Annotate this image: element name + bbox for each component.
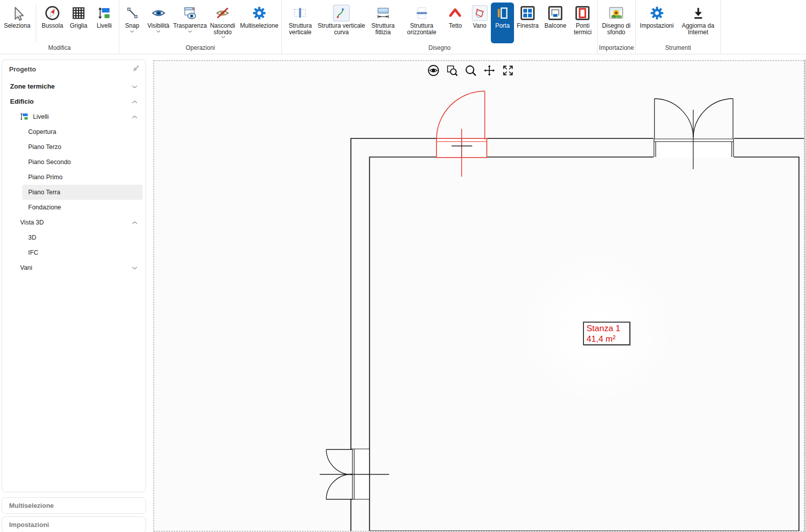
finestra-button[interactable]: Finestra bbox=[514, 3, 542, 43]
tree-item-piano-primo[interactable]: Piano Primo bbox=[2, 170, 145, 185]
tree-item-copertura[interactable]: Copertura bbox=[2, 124, 145, 139]
project-tree: Zone termiche Edificio Livelli Copertura… bbox=[2, 79, 145, 275]
seleziona-button[interactable]: Seleziona bbox=[1, 3, 33, 43]
trasparenza-button[interactable]: Trasparenza bbox=[173, 3, 207, 43]
ribbon-group-disegno: Struttura verticale Struttura verticale … bbox=[282, 0, 598, 54]
fit-view-icon[interactable] bbox=[502, 64, 514, 77]
floorplan-canvas[interactable]: Stanza 1 41,4 m² bbox=[154, 60, 804, 531]
vano-button[interactable]: Vano bbox=[468, 3, 491, 43]
double-door-top bbox=[653, 99, 734, 169]
group-label-operazioni: Operazioni bbox=[119, 43, 281, 54]
chevron-down-icon bbox=[132, 266, 137, 270]
disegno-di-sfondo-button[interactable]: Disegno di sfondo bbox=[599, 3, 634, 43]
ponti-termici-label: Ponti termici bbox=[569, 23, 596, 36]
balcone-button[interactable]: Balcone bbox=[542, 3, 569, 43]
balcony-icon bbox=[548, 4, 563, 23]
struttura-fittizia-button[interactable]: Struttura fittizia bbox=[365, 3, 401, 43]
tree-item-zone-termiche[interactable]: Zone termiche bbox=[2, 79, 145, 94]
canvas-toolbar bbox=[427, 64, 514, 77]
tree-item-piano-terzo[interactable]: Piano Terzo bbox=[2, 139, 145, 155]
tree-item-vista-3d[interactable]: Vista 3D bbox=[2, 215, 145, 230]
bussola-button[interactable]: Bussola bbox=[39, 3, 66, 43]
tetto-button[interactable]: Tetto bbox=[443, 3, 468, 43]
group-label-modifica: Modifica bbox=[0, 43, 119, 54]
curved-structure-icon bbox=[333, 4, 350, 23]
trasparenza-label: Trasparenza bbox=[173, 23, 207, 29]
tree-item-piano-secondo[interactable]: Piano Secondo bbox=[2, 155, 145, 170]
struttura-verticale-button[interactable]: Struttura verticale bbox=[283, 3, 318, 43]
levels-icon bbox=[97, 4, 111, 23]
roof-icon bbox=[448, 4, 463, 23]
ribbon-group-strumenti: Impostazioni Aggiorna da Internet Strume… bbox=[636, 0, 721, 54]
nascondi-sfondo-label: Nascondi sfondo bbox=[207, 23, 238, 36]
griglia-button[interactable]: Griglia bbox=[66, 3, 91, 43]
snap-label: Snap bbox=[125, 23, 139, 29]
download-icon bbox=[691, 4, 705, 23]
door-preview-selected bbox=[436, 91, 487, 177]
ponti-termici-button[interactable]: Ponti termici bbox=[569, 3, 596, 43]
tree-item-3d[interactable]: 3D bbox=[2, 230, 145, 245]
chevron-down-icon bbox=[130, 30, 134, 33]
room-name: Stanza 1 bbox=[587, 323, 629, 334]
struttura-orizzontale-button[interactable]: Struttura orizzontale bbox=[401, 3, 443, 43]
porta-button[interactable]: Porta bbox=[491, 3, 514, 43]
struttura-fittizia-label: Struttura fittizia bbox=[365, 23, 401, 36]
visibility-icon[interactable] bbox=[427, 64, 439, 77]
snap-button[interactable]: Snap bbox=[120, 3, 144, 43]
project-panel-title: Progetto bbox=[9, 65, 36, 73]
tree-item-livelli[interactable]: Livelli bbox=[2, 109, 145, 124]
livelli-label: Livelli bbox=[97, 23, 112, 29]
multiselezione-panel-header[interactable]: Multiselezione bbox=[2, 497, 146, 514]
chevron-down-icon bbox=[221, 36, 226, 38]
transparency-icon bbox=[182, 4, 197, 23]
zoom-window-icon[interactable] bbox=[446, 64, 458, 77]
pin-icon[interactable] bbox=[132, 65, 139, 74]
dummy-structure-icon bbox=[376, 4, 390, 23]
tree-item-piano-terra[interactable]: Piano Terra bbox=[22, 185, 142, 200]
visibilita-button[interactable]: Visibilità bbox=[144, 3, 173, 43]
impostazioni-button[interactable]: Impostazioni bbox=[637, 3, 677, 43]
ribbon-group-importazione: Disegno di sfondo Importazione bbox=[598, 0, 636, 54]
ribbon-group-operazioni: Snap Visibilità Trasparenza bbox=[119, 0, 282, 54]
ribbon-toolbar: Seleziona Bussola Griglia Livelli bbox=[0, 0, 806, 54]
background-image-icon bbox=[609, 4, 624, 23]
multiselezione-label: Multiselezione bbox=[240, 23, 278, 29]
tree-item-edificio[interactable]: Edificio bbox=[2, 94, 145, 109]
project-panel: Progetto Zone termiche Edificio Livelli … bbox=[2, 59, 146, 492]
gear-icon bbox=[252, 4, 267, 23]
hide-background-icon bbox=[215, 4, 230, 23]
pan-icon[interactable] bbox=[483, 64, 495, 77]
tree-item-ifc[interactable]: IFC bbox=[2, 245, 145, 260]
livelli-button[interactable]: Livelli bbox=[91, 3, 117, 43]
aggiorna-da-internet-button[interactable]: Aggiorna da Internet bbox=[677, 3, 719, 43]
grid-icon bbox=[71, 4, 86, 23]
chevron-up-icon bbox=[132, 100, 137, 104]
zoom-icon[interactable] bbox=[465, 64, 477, 77]
cursor-icon bbox=[10, 4, 25, 23]
bussola-label: Bussola bbox=[42, 23, 63, 29]
visibilita-label: Visibilità bbox=[148, 23, 170, 29]
seleziona-label: Seleziona bbox=[4, 23, 31, 29]
multiselezione-button[interactable]: Multiselezione bbox=[238, 3, 280, 43]
chevron-up-icon bbox=[132, 221, 137, 224]
separator bbox=[36, 4, 36, 42]
tree-item-fondazione[interactable]: Fondazione bbox=[2, 200, 145, 215]
room-icon bbox=[472, 4, 488, 23]
levels-icon bbox=[20, 111, 28, 126]
ribbon-spacer bbox=[721, 0, 806, 54]
gear-icon bbox=[649, 4, 665, 23]
aggiorna-da-internet-label: Aggiorna da Internet bbox=[677, 23, 719, 36]
chevron-up-icon bbox=[132, 115, 137, 119]
group-label-strumenti: Strumenti bbox=[636, 43, 720, 54]
room-label[interactable]: Stanza 1 41,4 m² bbox=[583, 322, 630, 345]
struttura-verticale-curva-button[interactable]: Struttura verticale curva bbox=[318, 3, 365, 43]
tree-item-vani[interactable]: Vani bbox=[2, 260, 145, 275]
eye-icon bbox=[151, 4, 166, 23]
compass-icon bbox=[45, 4, 60, 23]
struttura-verticale-curva-label: Struttura verticale curva bbox=[318, 23, 365, 36]
griglia-label: Griglia bbox=[70, 23, 88, 29]
impostazioni-label: Impostazioni bbox=[640, 23, 674, 29]
tetto-label: Tetto bbox=[449, 23, 462, 29]
impostazioni-panel-header[interactable]: Impostazioni bbox=[2, 516, 146, 532]
nascondi-sfondo-button[interactable]: Nascondi sfondo bbox=[207, 3, 238, 43]
